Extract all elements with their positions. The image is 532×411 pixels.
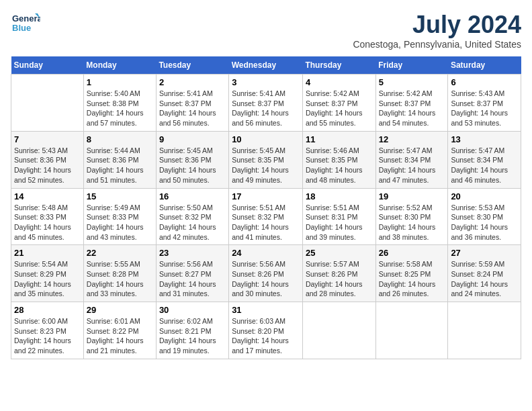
day-info: Sunrise: 5:56 AM Sunset: 8:27 PM Dayligh… bbox=[159, 259, 226, 299]
calendar-cell: 4Sunrise: 5:42 AM Sunset: 8:37 PM Daylig… bbox=[302, 75, 375, 132]
day-info: Sunrise: 6:01 AM Sunset: 8:22 PM Dayligh… bbox=[87, 316, 153, 356]
day-number: 16 bbox=[159, 191, 226, 201]
day-number: 23 bbox=[159, 248, 226, 258]
day-info: Sunrise: 5:47 AM Sunset: 8:34 PM Dayligh… bbox=[451, 146, 518, 185]
day-number: 30 bbox=[159, 305, 226, 315]
day-info: Sunrise: 5:42 AM Sunset: 8:37 PM Dayligh… bbox=[379, 89, 445, 128]
subtitle: Conestoga, Pennsylvania, United States bbox=[353, 39, 521, 50]
calendar-cell: 22Sunrise: 5:55 AM Sunset: 8:28 PM Dayli… bbox=[83, 245, 156, 302]
day-info: Sunrise: 5:59 AM Sunset: 8:24 PM Dayligh… bbox=[451, 259, 518, 299]
day-info: Sunrise: 5:43 AM Sunset: 8:37 PM Dayligh… bbox=[451, 89, 518, 128]
day-number: 3 bbox=[232, 77, 300, 87]
calendar-cell: 8Sunrise: 5:44 AM Sunset: 8:36 PM Daylig… bbox=[83, 131, 156, 188]
day-info: Sunrise: 6:00 AM Sunset: 8:23 PM Dayligh… bbox=[14, 316, 81, 356]
calendar-cell bbox=[11, 75, 84, 132]
day-number: 19 bbox=[379, 191, 445, 201]
day-number: 11 bbox=[306, 134, 373, 144]
day-info: Sunrise: 6:03 AM Sunset: 8:20 PM Dayligh… bbox=[232, 316, 300, 356]
day-info: Sunrise: 5:42 AM Sunset: 8:37 PM Dayligh… bbox=[306, 89, 373, 128]
calendar-cell: 11Sunrise: 5:46 AM Sunset: 8:35 PM Dayli… bbox=[302, 131, 375, 188]
calendar-cell bbox=[302, 302, 375, 359]
day-number: 6 bbox=[451, 77, 518, 87]
day-number: 20 bbox=[451, 191, 518, 201]
calendar-cell: 29Sunrise: 6:01 AM Sunset: 8:22 PM Dayli… bbox=[83, 302, 156, 359]
day-number: 15 bbox=[87, 191, 153, 201]
day-info: Sunrise: 5:47 AM Sunset: 8:34 PM Dayligh… bbox=[379, 146, 445, 185]
calendar-cell: 24Sunrise: 5:56 AM Sunset: 8:26 PM Dayli… bbox=[229, 245, 303, 302]
day-number: 13 bbox=[451, 134, 518, 144]
calendar-cell: 27Sunrise: 5:59 AM Sunset: 8:24 PM Dayli… bbox=[448, 245, 521, 302]
day-number: 29 bbox=[87, 305, 153, 315]
calendar-cell bbox=[375, 302, 448, 359]
day-number: 21 bbox=[14, 248, 81, 258]
calendar-cell: 20Sunrise: 5:53 AM Sunset: 8:30 PM Dayli… bbox=[448, 188, 521, 245]
day-info: Sunrise: 5:55 AM Sunset: 8:28 PM Dayligh… bbox=[87, 259, 153, 299]
day-info: Sunrise: 5:45 AM Sunset: 8:36 PM Dayligh… bbox=[159, 146, 226, 185]
calendar-cell: 10Sunrise: 5:45 AM Sunset: 8:35 PM Dayli… bbox=[229, 131, 303, 188]
day-number: 14 bbox=[14, 191, 81, 201]
day-info: Sunrise: 5:44 AM Sunset: 8:36 PM Dayligh… bbox=[87, 146, 153, 185]
day-info: Sunrise: 5:41 AM Sunset: 8:37 PM Dayligh… bbox=[159, 89, 226, 128]
calendar-table: SundayMondayTuesdayWednesdayThursdayFrid… bbox=[11, 56, 521, 359]
day-number: 22 bbox=[87, 248, 153, 258]
logo: General Blue bbox=[11, 11, 40, 40]
title-area: July 2024 Conestoga, Pennsylvania, Unite… bbox=[353, 11, 521, 50]
day-header-thursday: Thursday bbox=[302, 56, 375, 75]
calendar-cell: 6Sunrise: 5:43 AM Sunset: 8:37 PM Daylig… bbox=[448, 75, 521, 132]
calendar-cell: 26Sunrise: 5:58 AM Sunset: 8:25 PM Dayli… bbox=[375, 245, 448, 302]
calendar-cell: 16Sunrise: 5:50 AM Sunset: 8:32 PM Dayli… bbox=[156, 188, 228, 245]
day-header-monday: Monday bbox=[83, 56, 156, 75]
calendar-cell: 23Sunrise: 5:56 AM Sunset: 8:27 PM Dayli… bbox=[156, 245, 228, 302]
day-info: Sunrise: 5:50 AM Sunset: 8:32 PM Dayligh… bbox=[159, 203, 226, 242]
calendar-cell: 7Sunrise: 5:43 AM Sunset: 8:36 PM Daylig… bbox=[11, 131, 84, 188]
day-info: Sunrise: 5:46 AM Sunset: 8:35 PM Dayligh… bbox=[306, 146, 373, 185]
day-info: Sunrise: 5:51 AM Sunset: 8:31 PM Dayligh… bbox=[306, 203, 373, 242]
calendar-cell: 12Sunrise: 5:47 AM Sunset: 8:34 PM Dayli… bbox=[375, 131, 448, 188]
calendar-cell: 25Sunrise: 5:57 AM Sunset: 8:26 PM Dayli… bbox=[302, 245, 375, 302]
svg-text:General: General bbox=[12, 13, 40, 24]
day-info: Sunrise: 5:53 AM Sunset: 8:30 PM Dayligh… bbox=[451, 203, 518, 242]
day-number: 9 bbox=[159, 134, 226, 144]
calendar-cell: 31Sunrise: 6:03 AM Sunset: 8:20 PM Dayli… bbox=[229, 302, 303, 359]
day-number: 31 bbox=[232, 305, 300, 315]
day-number: 17 bbox=[232, 191, 300, 201]
week-row-3: 14Sunrise: 5:48 AM Sunset: 8:33 PM Dayli… bbox=[11, 188, 521, 245]
day-number: 8 bbox=[87, 134, 153, 144]
day-number: 10 bbox=[232, 134, 300, 144]
day-header-friday: Friday bbox=[375, 56, 448, 75]
calendar-body: 1Sunrise: 5:40 AM Sunset: 8:38 PM Daylig… bbox=[11, 75, 521, 359]
day-info: Sunrise: 5:40 AM Sunset: 8:38 PM Dayligh… bbox=[87, 89, 153, 128]
calendar-cell: 2Sunrise: 5:41 AM Sunset: 8:37 PM Daylig… bbox=[156, 75, 228, 132]
calendar-cell: 1Sunrise: 5:40 AM Sunset: 8:38 PM Daylig… bbox=[83, 75, 156, 132]
calendar-cell: 5Sunrise: 5:42 AM Sunset: 8:37 PM Daylig… bbox=[375, 75, 448, 132]
day-header-wednesday: Wednesday bbox=[229, 56, 303, 75]
calendar-cell: 21Sunrise: 5:54 AM Sunset: 8:29 PM Dayli… bbox=[11, 245, 84, 302]
day-header-sunday: Sunday bbox=[11, 56, 84, 75]
day-info: Sunrise: 5:54 AM Sunset: 8:29 PM Dayligh… bbox=[14, 259, 81, 299]
day-info: Sunrise: 5:41 AM Sunset: 8:37 PM Dayligh… bbox=[232, 89, 300, 128]
day-info: Sunrise: 6:02 AM Sunset: 8:21 PM Dayligh… bbox=[159, 316, 226, 356]
day-number: 18 bbox=[306, 191, 373, 201]
calendar-cell: 14Sunrise: 5:48 AM Sunset: 8:33 PM Dayli… bbox=[11, 188, 84, 245]
week-row-5: 28Sunrise: 6:00 AM Sunset: 8:23 PM Dayli… bbox=[11, 302, 521, 359]
calendar-cell bbox=[448, 302, 521, 359]
day-info: Sunrise: 5:51 AM Sunset: 8:32 PM Dayligh… bbox=[232, 203, 300, 242]
week-row-4: 21Sunrise: 5:54 AM Sunset: 8:29 PM Dayli… bbox=[11, 245, 521, 302]
logo-svg: General Blue bbox=[11, 11, 40, 40]
day-number: 26 bbox=[379, 248, 445, 258]
calendar-cell: 15Sunrise: 5:49 AM Sunset: 8:33 PM Dayli… bbox=[83, 188, 156, 245]
day-number: 24 bbox=[232, 248, 300, 258]
day-info: Sunrise: 5:45 AM Sunset: 8:35 PM Dayligh… bbox=[232, 146, 300, 185]
week-row-2: 7Sunrise: 5:43 AM Sunset: 8:36 PM Daylig… bbox=[11, 131, 521, 188]
calendar-cell: 17Sunrise: 5:51 AM Sunset: 8:32 PM Dayli… bbox=[229, 188, 303, 245]
day-info: Sunrise: 5:58 AM Sunset: 8:25 PM Dayligh… bbox=[379, 259, 445, 299]
day-info: Sunrise: 5:48 AM Sunset: 8:33 PM Dayligh… bbox=[14, 203, 81, 242]
calendar-cell: 3Sunrise: 5:41 AM Sunset: 8:37 PM Daylig… bbox=[229, 75, 303, 132]
calendar-cell: 13Sunrise: 5:47 AM Sunset: 8:34 PM Dayli… bbox=[448, 131, 521, 188]
calendar-cell: 18Sunrise: 5:51 AM Sunset: 8:31 PM Dayli… bbox=[302, 188, 375, 245]
day-info: Sunrise: 5:57 AM Sunset: 8:26 PM Dayligh… bbox=[306, 259, 373, 299]
day-header-saturday: Saturday bbox=[448, 56, 521, 75]
day-info: Sunrise: 5:43 AM Sunset: 8:36 PM Dayligh… bbox=[14, 146, 81, 185]
header: General Blue July 2024 Conestoga, Pennsy… bbox=[11, 11, 521, 50]
main-title: July 2024 bbox=[353, 11, 521, 39]
